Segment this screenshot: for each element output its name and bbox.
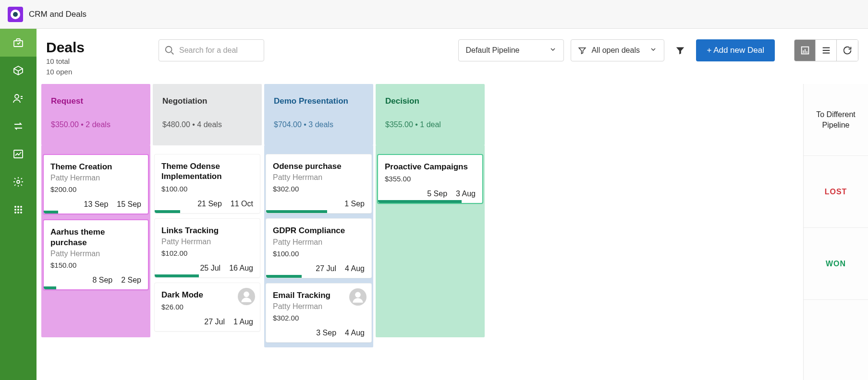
- deal-card[interactable]: Proactive Campaigns$355.005 Sep3 Aug: [377, 154, 483, 204]
- add-deal-button[interactable]: + Add new Deal: [696, 39, 775, 61]
- sidebar-item-transfer[interactable]: [0, 112, 37, 140]
- deal-card[interactable]: Links TrackingPatty Herrman$102.0025 Jul…: [154, 218, 260, 278]
- deal-date-1: 5 Sep: [427, 190, 447, 198]
- svg-point-10: [14, 212, 16, 214]
- stage-body: Theme Odense Implementation$100.0021 Sep…: [153, 145, 262, 337]
- deal-filter-label: All open deals: [591, 46, 640, 55]
- sidebar-item-deals[interactable]: [0, 29, 37, 57]
- deal-date-2: 4 Aug: [345, 264, 365, 273]
- svg-point-5: [17, 206, 19, 208]
- chevron-down-icon: [549, 46, 557, 55]
- deal-card[interactable]: GDPR CompliancePatty Herrman$100.0027 Ju…: [266, 218, 372, 278]
- svg-point-4: [14, 206, 16, 208]
- deal-dates: 1 Sep: [273, 200, 365, 208]
- stage-header[interactable]: Demo Presentation$704.00 • 3 deals: [264, 84, 373, 145]
- stage-header[interactable]: Negotiation$480.00 • 4 deals: [153, 84, 262, 145]
- deal-date-1: 27 Jul: [316, 264, 336, 273]
- deal-title: Links Tracking: [161, 226, 253, 236]
- stage-name: Request: [51, 96, 141, 106]
- sidebar-item-settings[interactable]: [0, 168, 37, 196]
- svg-point-7: [14, 209, 16, 211]
- deal-title: Theme Creation: [50, 162, 141, 172]
- drop-to-pipeline[interactable]: To Different Pipeline: [804, 84, 868, 156]
- svg-point-8: [17, 209, 19, 211]
- deal-dates: 13 Sep15 Sep: [50, 200, 141, 209]
- deal-filter-select[interactable]: All open deals: [571, 39, 664, 61]
- drop-rail: To Different Pipeline LOST WON: [803, 84, 868, 380]
- deal-amount: $302.00: [273, 185, 365, 193]
- deal-owner: Patty Herrman: [50, 249, 141, 258]
- deal-card[interactable]: Theme CreationPatty Herrman$200.0013 Sep…: [43, 154, 149, 214]
- drop-won[interactable]: WON: [804, 228, 868, 300]
- stage-summary: $355.00 • 1 deal: [385, 120, 475, 129]
- view-toggle-group: [794, 39, 858, 61]
- view-board-button[interactable]: [795, 40, 816, 61]
- add-deal-label: + Add new Deal: [707, 46, 764, 55]
- grid-icon: [12, 204, 24, 215]
- deal-owner: Patty Herrman: [273, 173, 365, 182]
- stage-column: Decision$355.00 • 1 dealProactive Campai…: [376, 84, 485, 337]
- deal-card[interactable]: Dark Mode$26.0027 Jul1 Aug: [154, 283, 260, 332]
- sidebar-item-analytics[interactable]: [0, 140, 37, 168]
- deal-progress: [44, 211, 58, 214]
- filter-button[interactable]: [671, 39, 689, 61]
- deal-date-1: 8 Sep: [92, 276, 112, 285]
- deal-amount: $150.00: [50, 261, 141, 269]
- stage-body: Odense purchasePatty Herrman$302.001 Sep…: [264, 145, 373, 347]
- funnel-icon: [578, 46, 587, 55]
- deal-card[interactable]: Theme Odense Implementation$100.0021 Sep…: [154, 154, 260, 214]
- stage-column: Negotiation$480.00 • 4 dealsTheme Odense…: [153, 84, 262, 337]
- sidebar-item-products[interactable]: [0, 57, 37, 84]
- stage-column: Request$350.00 • 2 dealsTheme CreationPa…: [41, 84, 150, 337]
- search-icon: [164, 45, 175, 56]
- deal-date-2: 15 Sep: [117, 200, 141, 209]
- gear-icon: [12, 176, 24, 188]
- sidebar-item-contacts[interactable]: [0, 84, 37, 112]
- pipeline-select[interactable]: Default Pipeline: [458, 39, 564, 61]
- pipeline-select-label: Default Pipeline: [465, 46, 519, 55]
- deal-progress: [266, 275, 302, 278]
- deal-card[interactable]: Odense purchasePatty Herrman$302.001 Sep: [266, 154, 372, 214]
- svg-point-6: [20, 206, 22, 208]
- svg-point-11: [17, 212, 19, 214]
- app-logo: [8, 7, 23, 22]
- deal-date-2: 1 Sep: [344, 200, 365, 208]
- deal-date-2: 11 Oct: [231, 200, 253, 208]
- avatar: [349, 288, 367, 306]
- page-title: Deals: [46, 39, 152, 56]
- deal-amount: $355.00: [385, 175, 476, 183]
- deal-card[interactable]: Email TrackingPatty Herrman$302.003 Sep4…: [266, 283, 372, 343]
- stage-header[interactable]: Request$350.00 • 2 deals: [41, 84, 150, 145]
- deal-date-2: 1 Aug: [233, 318, 253, 326]
- deal-title: Odense purchase: [273, 161, 365, 171]
- stage-name: Negotiation: [162, 96, 252, 106]
- view-list-button[interactable]: [816, 40, 837, 61]
- deal-title: GDPR Compliance: [273, 226, 365, 236]
- page-open: 10 open: [46, 67, 152, 77]
- stage-summary: $704.00 • 3 deals: [274, 120, 364, 129]
- refresh-button[interactable]: [837, 40, 858, 61]
- deal-title: Theme Odense Implementation: [161, 161, 253, 182]
- deal-progress: [44, 286, 56, 289]
- stage-header[interactable]: Decision$355.00 • 1 deal: [376, 84, 485, 145]
- deal-owner: Patty Herrman: [161, 238, 253, 246]
- drop-lost[interactable]: LOST: [804, 156, 868, 228]
- deal-dates: 5 Sep3 Aug: [385, 190, 476, 198]
- sidebar-item-apps[interactable]: [0, 196, 37, 224]
- svg-point-1: [15, 95, 19, 98]
- deal-card[interactable]: Aarhus theme purchasePatty Herrman$150.0…: [43, 219, 149, 290]
- chevron-down-icon: [649, 46, 657, 55]
- svg-point-13: [166, 47, 172, 53]
- deal-progress: [266, 210, 327, 213]
- deal-date-1: 21 Sep: [197, 200, 222, 208]
- deal-date-2: 2 Sep: [121, 276, 141, 285]
- svg-point-9: [20, 209, 22, 211]
- deal-date-1: 27 Jul: [204, 318, 225, 326]
- app-title: CRM and Deals: [29, 10, 86, 19]
- stage-body: Proactive Campaigns$355.005 Sep3 Aug: [376, 145, 485, 337]
- deal-amount: $102.00: [161, 249, 253, 257]
- person-icon: [12, 93, 24, 104]
- deal-date-2: 3 Aug: [456, 190, 476, 198]
- avatar: [238, 288, 255, 305]
- deal-dates: 8 Sep2 Sep: [50, 276, 141, 285]
